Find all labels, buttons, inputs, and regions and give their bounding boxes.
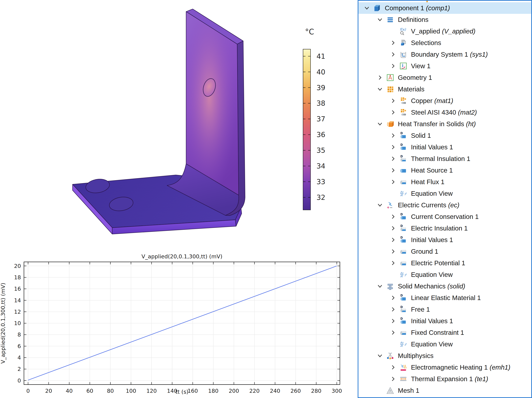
tree-row-solid-mechanics[interactable]: Solid Mechanics(solid) — [358, 280, 531, 292]
chevron-right-icon[interactable] — [389, 224, 397, 232]
thermal-expansion-icon — [399, 375, 408, 383]
tree-row-label: Heat Transfer in Solids — [398, 120, 464, 128]
chevron-down-icon[interactable] — [363, 4, 371, 12]
chevron-right-icon[interactable] — [389, 97, 397, 105]
chevron-right-icon[interactable] — [389, 305, 397, 313]
tree-row-thermal-expansion-1[interactable]: Thermal Expansion 1(te1) — [358, 373, 531, 385]
x-tick-label: 180 — [208, 388, 218, 394]
mesh-icon — [386, 386, 394, 395]
tree-row-tag: (ec) — [448, 201, 459, 209]
chevron-right-icon[interactable] — [389, 39, 397, 47]
x-tick-label: 60 — [86, 388, 93, 394]
tree-row-linear-elastic-material-1[interactable]: DLinear Elastic Material 1 — [358, 292, 531, 304]
domain-d-icon: D — [399, 212, 408, 221]
svg-text:D: D — [400, 132, 403, 135]
tree-row-label: Definitions — [398, 16, 428, 23]
chevron-right-icon[interactable] — [389, 247, 397, 255]
tree-row-v-applied[interactable]: f(x)V_applied(V_applied) — [358, 25, 531, 37]
tree-row-label: Thermal Insulation 1 — [411, 155, 470, 162]
colorbar-gradient-bar — [303, 49, 310, 210]
tree-row-heat-transfer-in-solids[interactable]: Heat Transfer in Solids(ht) — [358, 118, 531, 130]
tree-row-view-1[interactable]: View 1 — [358, 60, 531, 72]
chevron-right-icon[interactable] — [389, 143, 397, 151]
tree-row-definitions[interactable]: Definitions — [358, 14, 531, 25]
tree-row-component-1[interactable]: Component 1(comp1) — [358, 2, 531, 14]
tree-row-thermal-insulation-1[interactable]: DThermal Insulation 1 — [358, 153, 531, 164]
chevron-right-icon[interactable] — [389, 294, 397, 302]
tree-row-steel-aisi-4340[interactable]: Steel AISI 4340(mat2) — [358, 106, 531, 118]
tree-row-free-1[interactable]: DFree 1 — [358, 304, 531, 315]
y-tick-label: 10 — [14, 320, 21, 326]
tree-row-initial-values-1[interactable]: DInitial Values 1 — [358, 315, 531, 327]
tree-row-label: Multiphysics — [398, 352, 434, 360]
selections-icon — [399, 38, 408, 47]
boundary-icon — [399, 247, 408, 256]
chevron-right-icon[interactable] — [389, 329, 397, 337]
tree-row-ground-1[interactable]: Ground 1 — [358, 246, 531, 257]
chevron-down-icon[interactable] — [376, 85, 384, 93]
x-tick-label: 120 — [146, 388, 157, 394]
chevron-right-icon[interactable] — [389, 317, 397, 325]
chevron-right-icon[interactable] — [389, 375, 397, 383]
tree-row-materials[interactable]: Materials — [358, 83, 531, 95]
colorbar-tick-label: 38 — [317, 99, 325, 107]
tree-row-tag: (V_applied) — [442, 27, 475, 35]
tree-row-heat-flux-1[interactable]: Heat Flux 1 — [358, 176, 531, 188]
tree-row-initial-values-1[interactable]: DInitial Values 1 — [358, 234, 531, 246]
materials-icon — [386, 85, 394, 93]
chevron-right-icon[interactable] — [389, 108, 397, 117]
x-axis-label: tt (s) — [176, 389, 189, 395]
chevron-right-icon[interactable] — [389, 259, 397, 267]
tree-row-selections[interactable]: Selections — [358, 37, 531, 49]
tree-row-copper[interactable]: Copper(mat1) — [358, 95, 531, 106]
chevron-right-icon[interactable] — [389, 50, 397, 58]
temperature-surface-plot: °C 41403938373635343332 — [0, 0, 355, 250]
chevron-down-icon[interactable] — [376, 201, 384, 209]
chevron-right-icon[interactable] — [376, 74, 384, 82]
tree-row-boundary-system-1[interactable]: Boundary System 1(sys1) — [358, 49, 531, 60]
chevron-right-icon[interactable] — [389, 236, 397, 244]
y-tick-label: 6 — [18, 343, 21, 349]
colorbar-tick-label: 40 — [317, 68, 325, 76]
tree-row-fixed-constraint-1[interactable]: Fixed Constraint 1 — [358, 327, 531, 338]
tree-row-electromagnetic-heating-1[interactable]: Electromagnetic Heating 1(emh1) — [358, 361, 531, 373]
tree-row-label: Copper — [411, 97, 432, 105]
tree-row-multiphysics[interactable]: Multiphysics — [358, 350, 531, 361]
colorbar: °C 41403938373635343332 — [303, 27, 325, 210]
chevron-right-icon[interactable] — [389, 212, 397, 221]
chevron-down-icon[interactable] — [376, 120, 384, 128]
y-tick-label: 12 — [14, 309, 21, 315]
chevron-down-icon[interactable] — [376, 282, 384, 290]
chevron-down-icon[interactable] — [376, 16, 384, 24]
tree-row-label: Heat Source 1 — [411, 167, 453, 174]
tree-row-label: Fixed Constraint 1 — [411, 329, 464, 336]
tree-row-mesh-1[interactable]: Mesh 1 — [358, 385, 531, 396]
chevron-right-icon[interactable] — [389, 155, 397, 163]
chevron-right-icon[interactable] — [389, 363, 397, 372]
model-tree-panel: Component 1(comp1)Definitionsf(x)V_appli… — [358, 0, 532, 398]
tree-row-electric-potential-1[interactable]: Electric Potential 1 — [358, 257, 531, 269]
tree-row-solid-1[interactable]: DSolid 1 — [358, 130, 531, 141]
x-tick-label: 40 — [66, 388, 73, 394]
tree-row-label: Boundary System 1 — [411, 51, 468, 58]
tree-row-electric-insulation-1[interactable]: DElectric Insulation 1 — [358, 223, 531, 234]
tree-row-current-conservation-1[interactable]: DCurrent Conservation 1 — [358, 211, 531, 223]
tree-row-equation-view[interactable]: ∂u∂t:fEquation View — [358, 188, 531, 199]
tree-row-label: Heat Flux 1 — [411, 178, 444, 186]
chevron-right-icon[interactable] — [389, 166, 397, 174]
l-bracket-model — [73, 9, 245, 234]
view-icon — [399, 62, 408, 70]
tree-row-electric-currents[interactable]: +Electric Currents(ec) — [358, 199, 531, 211]
colorbar-tick-label: 39 — [317, 84, 325, 92]
tree-row-initial-values-1[interactable]: DInitial Values 1 — [358, 141, 531, 153]
tree-row-geometry-1[interactable]: Geometry 1 — [358, 72, 531, 83]
tree-row-equation-view[interactable]: ∂u∂t:fEquation View — [358, 269, 531, 280]
electric-currents-icon: + — [386, 201, 394, 209]
tree-row-equation-view[interactable]: ∂u∂t:fEquation View — [358, 338, 531, 350]
tree-row-heat-source-1[interactable]: Heat Source 1 — [358, 164, 531, 176]
equation-view-icon: ∂u∂t:f — [399, 189, 408, 198]
chevron-right-icon[interactable] — [389, 178, 397, 186]
chevron-down-icon[interactable] — [376, 352, 384, 360]
chevron-right-icon[interactable] — [389, 131, 397, 140]
chevron-right-icon[interactable] — [389, 62, 397, 70]
